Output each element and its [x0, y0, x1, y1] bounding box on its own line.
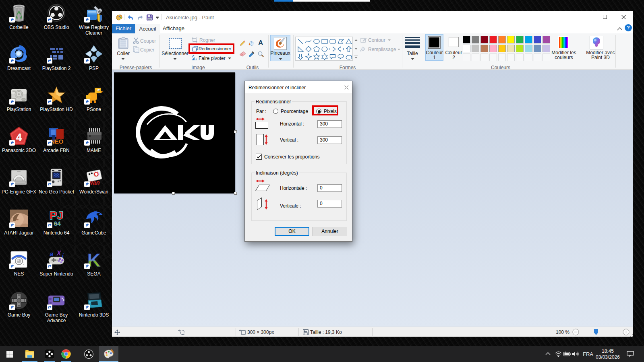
svg-text:64: 64	[54, 220, 61, 227]
svg-text:SNES: SNES	[56, 259, 60, 261]
svg-text:X: X	[56, 250, 62, 257]
svg-text:a: a	[50, 251, 54, 257]
svg-text:4: 4	[16, 131, 22, 143]
